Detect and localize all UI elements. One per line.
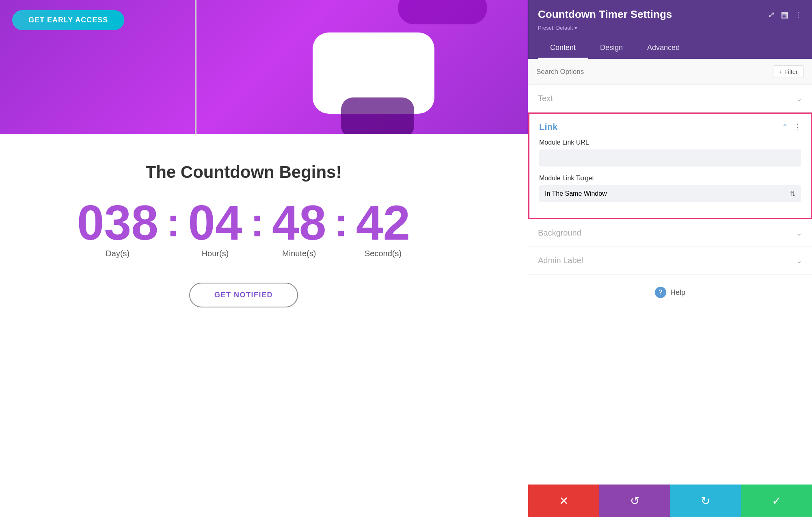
timer-hours-number: 04 [188,198,242,247]
banner-divider [195,0,197,134]
tab-design[interactable]: Design [588,38,635,59]
early-access-button[interactable]: GET EARLY ACCESS [12,10,124,30]
text-section-row[interactable]: Text ⌄ [528,85,812,112]
separator-2: : [246,202,268,242]
admin-label-section-label: Admin Label [538,256,583,265]
purple-banner: GET EARLY ACCESS [0,0,528,134]
panel-body: + Filter Text ⌄ Link ⌃ ⋮ Module Link URL [528,59,812,485]
timer-days-number: 038 [77,198,158,247]
help-section[interactable]: ? Help [528,275,812,310]
timer-seconds-label: Second(s) [365,249,402,258]
panel-header: Countdown Timer Settings ⤢ ▦ ⋮ Preset: D… [528,0,812,59]
background-section-row[interactable]: Background ⌄ [528,219,812,247]
cancel-button[interactable]: ✕ [528,485,599,517]
text-chevron-icon: ⌄ [796,94,802,103]
panel-tabs: Content Design Advanced [538,38,802,59]
get-notified-button[interactable]: GET NOTIFIED [189,283,298,307]
background-section-label: Background [538,228,581,238]
help-label: Help [670,288,685,297]
timer-minutes-number: 48 [272,198,326,247]
url-input[interactable] [539,149,801,167]
module-link-url-group: Module Link URL [529,139,811,167]
preset-label: Preset: Default [538,25,573,31]
separator-1: : [162,202,184,242]
filter-button[interactable]: + Filter [773,65,804,78]
link-section-title: Link [539,122,557,132]
banner-shape-3 [341,97,414,134]
timer-days: 038 Day(s) [77,198,158,258]
search-input[interactable] [536,68,773,76]
target-select[interactable]: In The Same Window In A New Window [539,185,801,202]
admin-chevron-icon: ⌄ [796,256,802,265]
timer-hours: 04 Hour(s) [188,198,242,258]
tab-advanced[interactable]: Advanced [635,38,692,59]
url-label: Module Link URL [539,139,801,146]
grid-icon[interactable]: ▦ [781,10,788,19]
timer-days-label: Day(s) [106,249,130,258]
help-circle-icon: ? [655,287,666,298]
link-section-header: Link ⌃ ⋮ [529,114,811,139]
search-bar: + Filter [528,59,812,85]
countdown-section: The Countdown Begins! 038 Day(s) : 04 Ho… [0,146,487,307]
timer-hours-label: Hour(s) [202,249,229,258]
countdown-timer: 038 Day(s) : 04 Hour(s) : 48 Minute(s) :… [77,198,410,258]
main-content: GET EARLY ACCESS The Countdown Begins! 0… [0,0,528,517]
background-chevron-icon: ⌄ [796,229,802,238]
more-options-icon[interactable]: ⋮ [794,10,802,19]
link-more-icon[interactable]: ⋮ [794,123,801,132]
preset-chevron: ▾ [574,25,577,31]
preset-selector[interactable]: Preset: Default ▾ [538,24,802,31]
expand-icon[interactable]: ⤢ [768,10,775,19]
link-section-icons: ⌃ ⋮ [782,123,801,132]
admin-label-section-row[interactable]: Admin Label ⌄ [528,247,812,275]
timer-minutes: 48 Minute(s) [272,198,326,258]
timer-minutes-label: Minute(s) [282,249,316,258]
tab-content[interactable]: Content [538,38,588,59]
separator-3: : [330,202,352,242]
link-section: Link ⌃ ⋮ Module Link URL Module Link Tar… [528,112,812,219]
action-bar: ✕ ↺ ↻ ✓ [528,485,812,517]
settings-panel: Countdown Timer Settings ⤢ ▦ ⋮ Preset: D… [528,0,812,517]
save-button[interactable]: ✓ [741,485,812,517]
panel-header-top: Countdown Timer Settings ⤢ ▦ ⋮ [538,8,802,21]
target-label: Module Link Target [539,175,801,182]
timer-seconds: 42 Second(s) [356,198,410,258]
banner-shape-1 [398,0,487,24]
collapse-icon[interactable]: ⌃ [782,123,788,132]
target-select-wrapper: In The Same Window In A New Window ⇅ [539,185,801,202]
redo-button[interactable]: ↻ [670,485,741,517]
text-section-label: Text [538,94,553,103]
countdown-title: The Countdown Begins! [146,162,342,182]
panel-title: Countdown Timer Settings [538,8,672,21]
timer-seconds-number: 42 [356,198,410,247]
module-link-target-group: Module Link Target In The Same Window In… [529,175,811,202]
panel-header-icons: ⤢ ▦ ⋮ [768,10,802,19]
undo-button[interactable]: ↺ [599,485,670,517]
